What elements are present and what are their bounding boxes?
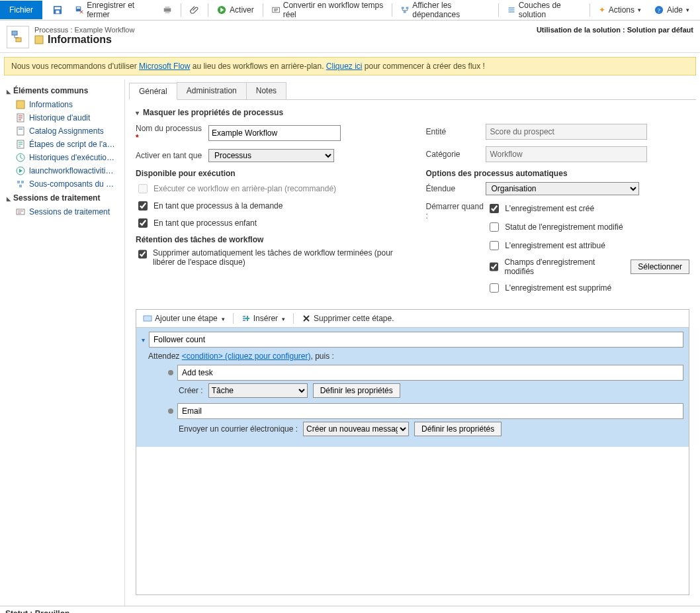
- attach-button[interactable]: [186, 3, 203, 17]
- category-readonly: Workflow: [486, 146, 647, 162]
- print-button[interactable]: [159, 3, 176, 17]
- scope-select[interactable]: Organisation: [486, 182, 639, 195]
- chk-retention[interactable]: [138, 250, 147, 259]
- svg-rect-2: [56, 11, 59, 13]
- chevron-down-icon: [281, 314, 285, 323]
- toolbar-separator: [392, 3, 392, 17]
- section-toggle-properties[interactable]: Masquer les propriétés de processus: [136, 108, 689, 117]
- help-button[interactable]: ? Aide ▾: [650, 3, 693, 17]
- print-icon: [163, 5, 172, 15]
- chk-status-changed-label: Statut de l'enregistrement modifié: [505, 222, 623, 232]
- svg-rect-23: [17, 127, 24, 135]
- svg-rect-15: [508, 11, 514, 13]
- wait-suffix: , puis :: [310, 352, 333, 361]
- info-section-icon: [34, 35, 44, 44]
- file-menu[interactable]: Fichier: [0, 1, 42, 19]
- save-button[interactable]: [49, 3, 66, 17]
- chk-fields-changed[interactable]: [490, 262, 498, 271]
- delete-step-button[interactable]: Supprimer cette étape.: [299, 312, 396, 324]
- select-fields-button[interactable]: Sélectionner: [631, 259, 689, 274]
- sidebar-item-label: launchworkflowactiviti…: [29, 166, 113, 175]
- step-block-root: ▾ Attendez <condition> (cliquez pour con…: [136, 328, 689, 447]
- add-step-menu[interactable]: Ajouter une étape: [140, 312, 228, 324]
- add-step-label: Ajouter une étape: [155, 314, 218, 323]
- help-icon: ?: [654, 5, 664, 15]
- wait-prefix: Attendez: [148, 352, 182, 361]
- chk-as-child[interactable]: [138, 218, 148, 228]
- svg-rect-32: [18, 211, 23, 212]
- tab-notes[interactable]: Notes: [246, 82, 286, 99]
- sidebar-group-common[interactable]: Éléments communs: [0, 83, 124, 98]
- solution-layers-button[interactable]: Couches de solution: [503, 0, 585, 21]
- chk-status-changed[interactable]: [490, 222, 499, 232]
- svg-rect-1: [55, 7, 61, 10]
- insert-icon: [241, 314, 251, 323]
- layers-label: Couches de solution: [519, 1, 581, 19]
- step-title-input-root[interactable]: [149, 332, 683, 348]
- svg-rect-29: [21, 181, 24, 183]
- substep-2-title-input[interactable]: [177, 403, 683, 419]
- chk-record-deleted[interactable]: [490, 283, 499, 293]
- insert-menu[interactable]: Insérer: [239, 312, 288, 324]
- delete-icon: [302, 314, 311, 323]
- substep-1-action-row: Créer : Tâche Définir les propriétés: [179, 383, 683, 398]
- chk-record-created[interactable]: [490, 204, 499, 213]
- script-icon: [16, 140, 25, 149]
- chk-row-record-created[interactable]: L'enregistrement est créé: [487, 202, 689, 215]
- general-form: Masquer les propriétés de processus Nom …: [125, 100, 700, 305]
- svg-rect-19: [16, 38, 21, 42]
- chk-on-demand[interactable]: [138, 201, 148, 211]
- actions-menu[interactable]: ✦ Actions ▾: [595, 3, 645, 17]
- delete-step-label: Supprimer cette étape.: [314, 314, 394, 323]
- substep-1-title-input[interactable]: [177, 365, 683, 381]
- collapse-icon[interactable]: ▾: [142, 336, 145, 344]
- save-and-close-button[interactable]: Enregistrer et fermer: [71, 0, 153, 21]
- tabs: Général Administration Notes: [129, 79, 696, 100]
- show-dependencies-button[interactable]: Afficher les dépendances: [397, 0, 494, 21]
- activate-button[interactable]: Activer: [213, 3, 258, 17]
- activate-as-select[interactable]: Processus: [208, 149, 334, 162]
- sessions-icon: [16, 207, 25, 216]
- tab-administration[interactable]: Administration: [177, 82, 247, 99]
- chk-background-label: Exécuter ce workflow en arrière-plan (re…: [153, 184, 336, 193]
- sidebar-item-subcomponents[interactable]: Sous-composants du …: [0, 177, 124, 191]
- chk-row-as-child[interactable]: En tant que processus enfant: [136, 216, 400, 230]
- page-title: Informations: [48, 34, 112, 46]
- toolbar-separator: [590, 3, 590, 17]
- sidebar-item-sessions[interactable]: Sessions de traitement: [0, 205, 124, 218]
- substep-2-action-row: Envoyer un courrier électronique : Créer…: [179, 422, 683, 436]
- process-name-input[interactable]: [208, 125, 341, 141]
- sidebar-item-informations[interactable]: Informations: [0, 98, 124, 111]
- launch-icon: [16, 166, 25, 175]
- svg-rect-18: [12, 31, 17, 35]
- wait-condition-link[interactable]: <condition> (cliquez pour configurer): [182, 352, 311, 361]
- chk-row-on-demand[interactable]: En tant que processus à la demande: [136, 199, 400, 212]
- history-icon: [16, 153, 25, 162]
- convert-realtime-button[interactable]: Convertir en workflow temps réel: [268, 0, 388, 21]
- tab-general[interactable]: Général: [129, 83, 177, 100]
- sidebar-item-label: Historique d'audit: [29, 113, 90, 122]
- banner-link-flow[interactable]: Microsoft Flow: [139, 62, 190, 71]
- subhead-retention: Rétention des tâches de workflow: [136, 235, 400, 244]
- chk-row-record-deleted[interactable]: L'enregistrement est supprimé: [487, 281, 689, 295]
- sidebar-item-exec-history[interactable]: Historiques d'exécutio…: [0, 151, 124, 164]
- chk-row-retention[interactable]: Supprimer automatiquement les tâches de …: [136, 248, 400, 267]
- banner-link-here[interactable]: Cliquez ici: [326, 62, 363, 71]
- solution-usage: Utilisation de la solution : Solution pa…: [537, 26, 693, 34]
- sidebar-item-launch-activities[interactable]: launchworkflowactiviti…: [0, 164, 124, 177]
- svg-rect-10: [402, 7, 404, 9]
- substep-1-properties-button[interactable]: Définir les propriétés: [313, 383, 400, 398]
- substep-1-action-select[interactable]: Tâche: [208, 383, 308, 398]
- chk-row-status-changed[interactable]: Statut de l'enregistrement modifié: [487, 220, 689, 234]
- chk-row-record-assigned[interactable]: L'enregistrement est attribué: [487, 239, 689, 252]
- substep-2-properties-button[interactable]: Définir les propriétés: [414, 422, 502, 436]
- svg-rect-5: [164, 8, 171, 11]
- sidebar-item-script-steps[interactable]: Étapes de script de l'a…: [0, 138, 124, 151]
- save-icon: [53, 5, 62, 15]
- substep-2-action-select[interactable]: Créer un nouveau messag: [303, 422, 409, 436]
- sidebar-item-catalog[interactable]: Catalog Assignments: [0, 124, 124, 138]
- subhead-available: Disponible pour exécution: [136, 169, 400, 178]
- chk-record-assigned[interactable]: [490, 241, 499, 250]
- sidebar-item-audit[interactable]: Historique d'audit: [0, 111, 124, 124]
- sidebar-group-sessions[interactable]: Sessions de traitement: [0, 191, 124, 205]
